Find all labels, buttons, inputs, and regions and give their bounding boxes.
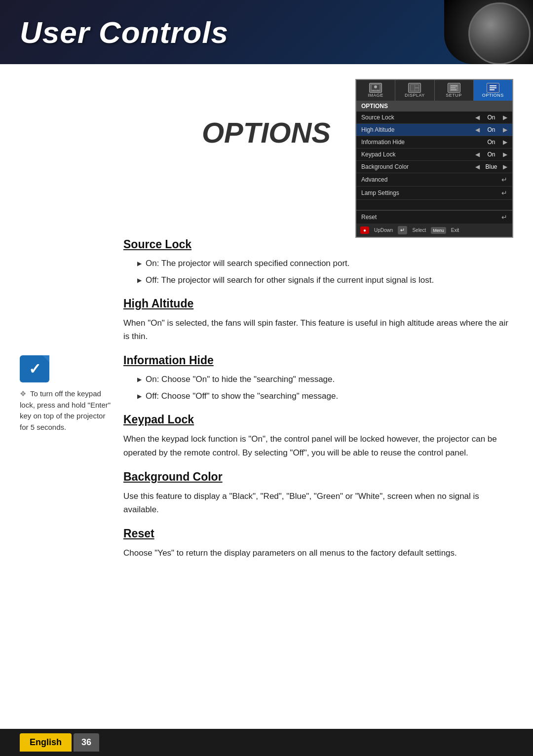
options-title: OPTIONS [202, 87, 345, 149]
advanced-enter: ↵ [501, 176, 507, 184]
menu-btn: Menu [431, 227, 446, 234]
svg-rect-15 [490, 87, 496, 88]
reset-para: Choose "Yes" to return the display param… [123, 546, 513, 560]
source-lock-bullet-on: ▶ On: The projector will search specifie… [123, 257, 513, 270]
left-sidebar: ❖ To turn off the keypad lock, press and… [20, 79, 114, 565]
svg-rect-6 [411, 85, 415, 91]
note-box: ❖ To turn off the keypad lock, press and… [20, 355, 114, 433]
keypad-lock-arrow-right: ▶ [503, 151, 507, 158]
background-color-arrow-right: ▶ [503, 163, 507, 170]
tab-options[interactable]: OPTIONS [474, 80, 512, 101]
keypad-lock-label: Keypad Lock [361, 151, 475, 158]
source-lock-on-text: On: The projector will search specified … [146, 257, 350, 270]
note-text: ❖ To turn off the keypad lock, press and… [20, 388, 114, 433]
svg-point-4 [374, 85, 377, 88]
background-color-arrow-left: ◀ [475, 163, 480, 170]
svg-rect-12 [451, 89, 457, 90]
menu-item-information-hide[interactable]: Information Hide On ▶ [356, 136, 512, 149]
bullet-arrow-2: ▶ [137, 276, 142, 285]
tab-image[interactable]: IMAGE [356, 80, 395, 101]
svg-rect-14 [490, 85, 496, 86]
high-altitude-para: When "On" is selected, the fans will spi… [123, 316, 513, 343]
svg-rect-8 [415, 88, 419, 91]
info-hide-bullet-off: ▶ Off: Choose "Off" to show the "searchi… [123, 390, 513, 403]
page-footer: English 36 [0, 729, 533, 756]
reset-enter: ↵ [501, 213, 507, 221]
note-bullet: ❖ [20, 389, 26, 398]
menu-item-source-lock[interactable]: Source Lock ◀ On ▶ [356, 112, 512, 124]
menu-item-reset[interactable]: Reset ↵ [356, 210, 512, 224]
reset-label: Reset [361, 214, 501, 221]
information-hide-arrow-right: ▶ [503, 139, 507, 146]
keypad-lock-heading: Keypad Lock [123, 413, 513, 426]
info-hide-on-text: On: Choose "On" to hide the "searching" … [146, 373, 335, 386]
tab-display-label: DISPLAY [405, 93, 425, 98]
reset-heading: Reset [123, 527, 513, 540]
tab-setup-label: SETUP [446, 93, 462, 98]
information-hide-label: Information Hide [361, 139, 483, 146]
high-altitude-label: High Altitude [361, 126, 475, 133]
menu-section-header: OPTIONS [356, 101, 512, 112]
tab-setup[interactable]: SETUP [435, 80, 474, 101]
high-altitude-arrow-right: ▶ [503, 126, 507, 133]
bullet-arrow-3: ▶ [137, 375, 142, 384]
background-color-label: Background Color [361, 163, 475, 170]
svg-rect-11 [451, 87, 456, 88]
advanced-label: Advanced [361, 176, 501, 183]
source-lock-arrow-left: ◀ [475, 114, 480, 121]
page-number: 36 [74, 733, 99, 752]
keypad-lock-value: On [483, 151, 500, 158]
high-altitude-arrow-left: ◀ [475, 126, 480, 133]
background-color-para: Use this feature to display a "Black", "… [123, 490, 513, 516]
lamp-settings-label: Lamp Settings [361, 189, 501, 196]
source-lock-arrow-right: ▶ [503, 114, 507, 121]
lamp-settings-enter: ↵ [501, 189, 507, 197]
exit-label: Exit [451, 227, 459, 233]
info-hide-off-text: Off: Choose "Off" to show the "searching… [146, 390, 338, 403]
svg-rect-10 [451, 85, 457, 86]
source-lock-heading: Source Lock [123, 238, 513, 251]
background-color-value: Blue [483, 163, 500, 170]
high-altitude-value: On [483, 126, 500, 133]
bullet-arrow-1: ▶ [137, 259, 142, 268]
select-btn: ↵ [398, 226, 407, 234]
svg-rect-7 [415, 85, 419, 87]
source-lock-label: Source Lock [361, 114, 475, 121]
menu-footer: ● UpDown ↵ Select Menu Exit [356, 224, 512, 237]
menu-item-advanced[interactable]: Advanced ↵ [356, 173, 512, 187]
image-icon [369, 83, 382, 93]
tab-display[interactable]: DISPLAY [395, 80, 434, 101]
source-lock-off-text: Off: The projector will search for other… [146, 274, 434, 287]
lens-decoration [444, 0, 533, 64]
menu-item-high-altitude[interactable]: High Altitude ◀ On ▶ [356, 124, 512, 136]
svg-rect-2 [373, 90, 374, 91]
background-color-heading: Background Color [123, 470, 513, 484]
options-top-row: OPTIONS IMAGE [123, 79, 513, 238]
menu-item-lamp-settings[interactable]: Lamp Settings ↵ [356, 187, 512, 200]
source-lock-bullet-off: ▶ Off: The projector will search for oth… [123, 274, 513, 287]
menu-tabs: IMAGE DISPLAY SETUP [356, 80, 512, 101]
source-lock-value: On [483, 114, 500, 121]
menu-item-keypad-lock[interactable]: Keypad Lock ◀ On ▶ [356, 149, 512, 161]
language-tab: English [20, 733, 72, 752]
tab-options-label: OPTIONS [482, 93, 504, 98]
information-hide-value: On [483, 139, 500, 146]
menu-item-background-color[interactable]: Background Color ◀ Blue ▶ [356, 161, 512, 173]
information-hide-heading: Information Hide [123, 354, 513, 367]
info-hide-bullet-on: ▶ On: Choose "On" to hide the "searching… [123, 373, 513, 386]
note-icon [20, 355, 49, 382]
updown-btn: ● [360, 227, 369, 234]
svg-rect-3 [377, 90, 379, 91]
page-header: User Controls [0, 0, 533, 64]
display-icon [408, 83, 421, 93]
content-area: Source Lock ▶ On: The projector will sea… [123, 238, 513, 560]
main-content: ❖ To turn off the keypad lock, press and… [0, 64, 533, 579]
bullet-arrow-4: ▶ [137, 392, 142, 401]
keypad-lock-para: When the keypad lock function is "On", t… [123, 432, 513, 459]
tab-image-label: IMAGE [368, 93, 383, 98]
note-corner-fold [42, 355, 49, 362]
updown-label: UpDown [374, 227, 393, 233]
options-icon [487, 83, 499, 93]
keypad-lock-arrow-left: ◀ [475, 151, 480, 158]
page-title: User Controls [20, 15, 228, 50]
